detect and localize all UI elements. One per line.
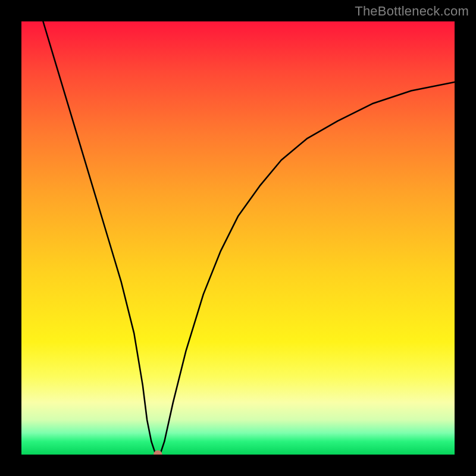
chart-frame: TheBottleneck.com: [0, 0, 476, 476]
bottleneck-curve-path: [43, 21, 455, 455]
curve-svg: [21, 21, 455, 455]
plot-area: [21, 21, 455, 455]
watermark-label: TheBottleneck.com: [355, 4, 469, 19]
